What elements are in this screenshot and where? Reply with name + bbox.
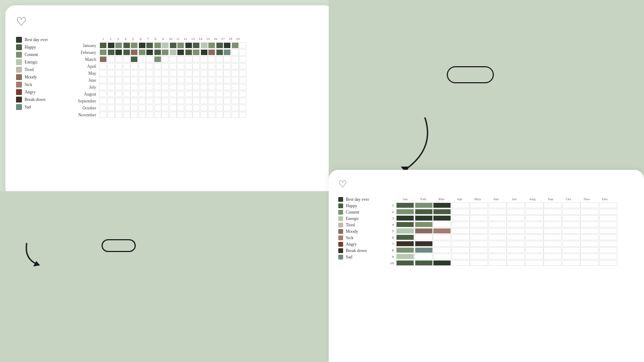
grid-cell xyxy=(177,63,184,69)
grid-cell xyxy=(208,56,215,62)
grid-cell-v xyxy=(507,209,525,215)
grid-cell xyxy=(123,84,130,90)
key-color-swatch-v xyxy=(338,229,343,234)
key-item: Angry xyxy=(16,89,64,95)
grid-row: February xyxy=(72,49,323,56)
grid-cell xyxy=(200,77,208,83)
grid-cell-v xyxy=(452,247,470,253)
grid-cell-v xyxy=(525,222,544,227)
grid-cell xyxy=(161,77,169,83)
key-item-label-v: Moody xyxy=(346,229,358,234)
grid-cell xyxy=(192,56,200,62)
grid-cell-v xyxy=(452,228,470,234)
grid-cell xyxy=(216,49,223,56)
grid-cell xyxy=(107,56,115,62)
grid-cell-v xyxy=(488,254,507,259)
col-number: 2 xyxy=(107,37,114,41)
grid-row-v: 7 xyxy=(387,241,634,247)
grid-cell-v xyxy=(580,254,599,259)
grid-cell-v xyxy=(470,209,488,215)
grid-cell-v xyxy=(562,254,580,259)
grid-cell xyxy=(107,49,115,56)
grid-row-v: 8 xyxy=(387,247,634,253)
row-label: July xyxy=(72,85,99,90)
grid-cell xyxy=(231,56,239,62)
key-item-label: Best day ever xyxy=(25,37,48,42)
grid-cell xyxy=(177,77,184,83)
grid-cell-v xyxy=(396,202,414,208)
grid-cell xyxy=(231,70,239,76)
grid-row-v: 10 xyxy=(387,260,634,266)
grid-cell xyxy=(99,70,107,76)
grid-cell-v xyxy=(470,241,488,247)
grid-cell xyxy=(115,42,122,49)
grid-cell xyxy=(169,98,177,104)
grid-cell xyxy=(161,42,169,49)
grid-cell-v xyxy=(562,222,580,227)
grid-cell-v xyxy=(562,241,580,247)
grid-cell xyxy=(231,84,239,90)
grid-row-v: 2 xyxy=(387,209,634,215)
row-label: May xyxy=(72,71,99,76)
grid-cell-v xyxy=(415,254,433,259)
row-label: September xyxy=(72,99,99,104)
key-item-v: Energic xyxy=(338,216,381,221)
grid-cell xyxy=(130,49,138,56)
grid-row: June xyxy=(72,77,323,83)
grid-cell xyxy=(216,42,223,49)
grid-cell xyxy=(138,49,146,56)
grid-cell-v xyxy=(488,260,507,266)
grid-cell xyxy=(216,84,223,90)
grid-rows: JanuaryFebruaryMarchAprilMayJuneJulyAugu… xyxy=(72,42,323,118)
key-item-v: Happy xyxy=(338,203,381,208)
grid-cell xyxy=(200,42,208,49)
grid-row: October xyxy=(72,105,323,111)
row-label: November xyxy=(72,113,99,117)
heart-icon-v: ♡ xyxy=(338,178,634,190)
grid-row: August xyxy=(72,91,323,97)
key-item-label-v: Tired xyxy=(346,223,355,227)
grid-cell xyxy=(123,98,130,104)
col-number: 17 xyxy=(219,37,227,41)
grid-row-v: 4 xyxy=(387,222,634,227)
key-item-v: Sick xyxy=(338,235,381,240)
grid-cell xyxy=(223,42,231,49)
col-number: 6 xyxy=(137,37,144,41)
key-item: Sick xyxy=(16,82,64,88)
grid-cell xyxy=(239,70,246,76)
grid-cell xyxy=(146,49,153,56)
grid-cell xyxy=(169,105,177,111)
grid-cell xyxy=(146,112,153,118)
grid-cell-v xyxy=(433,215,451,221)
col-number: 7 xyxy=(144,37,152,41)
grid-cell xyxy=(138,84,146,90)
grid-cell xyxy=(200,70,208,76)
key-color-swatch xyxy=(16,44,22,50)
grid-cell-v xyxy=(415,228,433,234)
key-color-swatch-v xyxy=(338,235,343,240)
key-color-swatch xyxy=(16,104,22,110)
row-label-v: 2 xyxy=(387,210,396,214)
grid-cell-v xyxy=(562,202,580,208)
grid-cell xyxy=(146,77,153,83)
grid-cell xyxy=(138,42,146,49)
grid-cell xyxy=(177,112,184,118)
grid-cell xyxy=(239,91,246,97)
grid-cell xyxy=(161,98,169,104)
col-number: 1 xyxy=(99,37,107,41)
key-color-swatch-v xyxy=(338,255,343,259)
row-label-v: 1 xyxy=(387,203,396,208)
grid-cell-v xyxy=(525,209,544,215)
grid-cell-v xyxy=(452,241,470,247)
key-item: Tired xyxy=(16,67,64,73)
key-item-v: Content xyxy=(338,210,381,215)
grid-cell xyxy=(99,84,107,90)
grid-cell xyxy=(185,84,192,90)
key-color-swatch-v xyxy=(338,248,343,253)
grid-cell xyxy=(223,84,231,90)
grid-cell-v xyxy=(488,234,507,240)
grid-cell xyxy=(223,70,231,76)
key-item-label: Tired xyxy=(25,67,34,72)
grid-cell xyxy=(130,84,138,90)
month-header: Apr xyxy=(451,197,469,201)
